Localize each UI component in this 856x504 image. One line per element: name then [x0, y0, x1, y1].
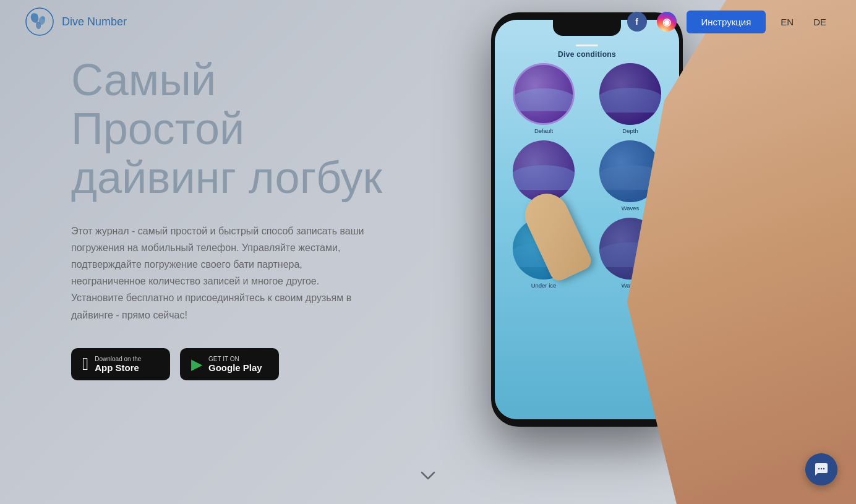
headline: Самый Простой дайвинг логбук	[71, 56, 442, 203]
wave-depth	[599, 88, 661, 113]
wave-default	[513, 88, 575, 112]
svg-point-5	[42, 17, 45, 20]
app-store-text: Download on the App Store	[95, 356, 141, 373]
wave-instream	[513, 165, 575, 190]
navigation: Dive Number f ◉ Инструкция EN DE	[0, 0, 856, 43]
instagram-icon[interactable]: ◉	[657, 12, 677, 32]
circle-waves-label: Waves	[622, 205, 640, 211]
circle-default-icon	[513, 63, 575, 125]
logo-icon	[25, 7, 54, 36]
svg-point-8	[823, 468, 824, 469]
apple-icon: 	[82, 354, 88, 374]
app-buttons:  Download on the App Store ▶ GET IT ON …	[71, 348, 442, 380]
svg-point-7	[821, 468, 822, 469]
instruction-button[interactable]: Инструкция	[687, 11, 766, 33]
google-play-small: GET IT ON	[208, 356, 262, 362]
svg-point-6	[818, 468, 820, 469]
google-play-button[interactable]: ▶ GET IT ON Google Play	[180, 348, 279, 380]
screen-header: Dive conditions	[495, 42, 679, 59]
screen-title: Dive conditions	[495, 50, 679, 59]
app-store-small: Download on the	[95, 356, 141, 362]
phone-visual: Dive conditions Default Depth	[411, 0, 856, 504]
logo[interactable]: Dive Number	[25, 7, 127, 36]
nav-right: f ◉ Инструкция EN DE	[627, 11, 831, 33]
lang-de-button[interactable]: DE	[808, 14, 831, 30]
headline-line2: Простой	[71, 104, 244, 153]
chat-icon	[814, 462, 829, 477]
headline-line3: дайвинг логбук	[71, 153, 382, 202]
google-play-icon: ▶	[191, 356, 202, 373]
lang-en-button[interactable]: EN	[776, 14, 798, 30]
google-play-text: GET IT ON Google Play	[208, 356, 262, 373]
headline-line1: Самый	[71, 55, 216, 105]
app-store-button[interactable]:  Download on the App Store	[71, 348, 170, 380]
main-content: Самый Простой дайвинг логбук Этот журнал…	[71, 56, 442, 380]
screen-divider	[576, 45, 598, 46]
google-play-large: Google Play	[208, 362, 262, 373]
circle-underice-label: Under ice	[531, 282, 557, 289]
facebook-icon[interactable]: f	[627, 12, 647, 32]
circle-instream-icon	[513, 140, 575, 202]
circle-default: Default	[503, 63, 584, 134]
circle-depth-icon	[599, 63, 661, 125]
scroll-arrow[interactable]	[419, 469, 437, 485]
description: Этот журнал - самый простой и быстрый сп…	[71, 223, 368, 323]
circle-default-label: Default	[534, 127, 553, 134]
circle-depth-label: Depth	[622, 127, 638, 134]
chat-button[interactable]	[805, 453, 837, 485]
logo-text: Dive Number	[62, 15, 127, 28]
app-store-large: App Store	[95, 362, 141, 373]
svg-point-4	[34, 14, 38, 17]
circle-depth: Depth	[590, 63, 670, 134]
